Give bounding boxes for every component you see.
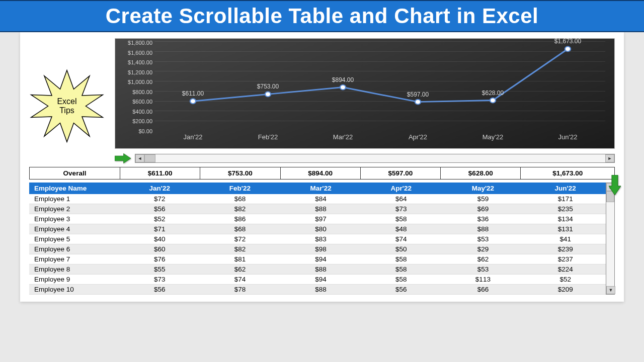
overall-cell: $611.00	[120, 167, 200, 179]
table-cell: $82	[200, 244, 281, 254]
table-cell: Employee 6	[29, 244, 120, 254]
y-tick: $1,400.00	[128, 59, 152, 65]
table-cell: $56	[120, 204, 200, 214]
chart-point	[265, 92, 271, 97]
table-cell: $98	[280, 244, 361, 254]
chart-data-label: $597.00	[407, 91, 429, 98]
y-tick: $800.00	[132, 89, 152, 95]
y-tick: $1,200.00	[128, 69, 152, 75]
table-cell: $48	[361, 224, 441, 234]
table-cell: $53	[441, 234, 525, 244]
table-cell: $52	[525, 275, 606, 285]
table-cell: $73	[361, 204, 441, 214]
gridline	[154, 81, 605, 81]
table-cell: Employee 3	[29, 214, 120, 224]
table-cell: $88	[280, 204, 361, 214]
v-scroll-track[interactable]	[606, 191, 614, 286]
table-cell: $53	[441, 264, 525, 275]
main-card: Excel Tips $0.00$200.00$400.00$600.00$80…	[20, 32, 624, 302]
table-cell: $56	[361, 285, 441, 295]
arrow-down-icon	[609, 175, 621, 195]
horizontal-scrollbar[interactable]: ◄ ►	[135, 154, 615, 163]
table-cell: Employee 2	[29, 204, 120, 214]
table-row: Employee 9$73$74$94$58$113$52	[29, 275, 606, 285]
table-cell: $84	[280, 194, 361, 204]
table-cell: $131	[525, 224, 606, 234]
table-cell: $68	[200, 224, 281, 234]
vertical-scrollbar[interactable]: ▲ ▼	[606, 183, 615, 295]
y-tick: $600.00	[132, 99, 152, 105]
table-cell: $88	[280, 264, 361, 275]
table-cell: $55	[120, 264, 200, 275]
table-cell: Employee 7	[29, 254, 120, 264]
table-cell: Employee 10	[29, 285, 120, 295]
table-cell: $62	[200, 264, 281, 275]
scroll-left-button[interactable]: ◄	[135, 154, 144, 162]
table-header: Feb'22	[200, 183, 281, 194]
gridline	[154, 91, 605, 92]
gridline	[154, 121, 605, 121]
gridline	[154, 51, 605, 52]
table-cell: $66	[441, 285, 525, 295]
chart-point	[490, 98, 496, 103]
employee-table: Employee NameJan'22Feb'22Mar'22Apr'22May…	[29, 183, 606, 295]
table-cell: Employee 5	[29, 234, 120, 244]
table-cell: $58	[361, 214, 441, 224]
table-cell: $134	[525, 214, 606, 224]
x-tick: Apr'22	[380, 133, 455, 145]
table-header: Employee Name	[29, 183, 120, 194]
svg-marker-1	[115, 153, 131, 163]
table-header: Mar'22	[280, 183, 361, 194]
table-cell: $171	[525, 194, 606, 204]
table-cell: $68	[200, 194, 281, 204]
gridline	[154, 111, 605, 111]
overall-cell: $597.00	[360, 167, 440, 179]
overall-cell: $753.00	[200, 167, 280, 179]
gridline	[154, 41, 605, 42]
table-cell: $73	[120, 275, 200, 285]
table-cell: Employee 1	[29, 194, 120, 204]
overall-cell: $1,673.00	[521, 167, 615, 179]
chart-svg	[155, 43, 605, 131]
scroll-right-button[interactable]: ►	[605, 154, 614, 162]
table-cell: $80	[280, 224, 361, 234]
scroll-down-button[interactable]: ▼	[606, 286, 615, 294]
table-cell: $36	[441, 214, 525, 224]
h-scroll-track[interactable]	[144, 154, 605, 162]
table-header: Apr'22	[361, 183, 441, 194]
y-tick: $0.00	[138, 128, 152, 134]
y-tick: $1,000.00	[128, 79, 152, 85]
table-cell: $72	[200, 234, 281, 244]
tips-star: Excel Tips	[29, 38, 115, 144]
y-tick: $1,800.00	[128, 40, 152, 46]
table-cell: $83	[280, 234, 361, 244]
table-cell: $72	[120, 194, 200, 204]
table-cell: $52	[120, 214, 200, 224]
table-cell: $97	[280, 214, 361, 224]
table-row: Employee 5$40$72$83$74$53$41	[29, 234, 606, 244]
chart-data-label: $753.00	[257, 83, 279, 90]
x-tick: Jun'22	[530, 133, 605, 145]
table-cell: $237	[525, 254, 606, 264]
x-tick: Jan'22	[155, 133, 230, 145]
table-cell: $113	[441, 275, 525, 285]
table-cell: $209	[525, 285, 606, 295]
line-chart[interactable]: $0.00$200.00$400.00$600.00$800.00$1,000.…	[115, 38, 615, 149]
table-cell: $86	[200, 214, 281, 224]
table-cell: $64	[361, 194, 441, 204]
table-cell: $224	[525, 264, 606, 275]
x-tick: Mar'22	[305, 133, 380, 145]
table-cell: Employee 4	[29, 224, 120, 234]
tips-line2: Tips	[59, 106, 74, 115]
h-scroll-thumb[interactable]	[144, 154, 155, 162]
table-cell: $50	[361, 244, 441, 254]
table-cell: $56	[120, 285, 200, 295]
table-row: Employee 2$56$82$88$73$69$235	[29, 204, 606, 214]
svg-marker-2	[609, 175, 621, 195]
table-cell: $58	[361, 264, 441, 275]
table-cell: $239	[525, 244, 606, 254]
gridline	[154, 61, 605, 62]
gridline	[154, 101, 605, 102]
overall-label: Overall	[30, 167, 120, 179]
y-tick: $400.00	[132, 109, 152, 115]
